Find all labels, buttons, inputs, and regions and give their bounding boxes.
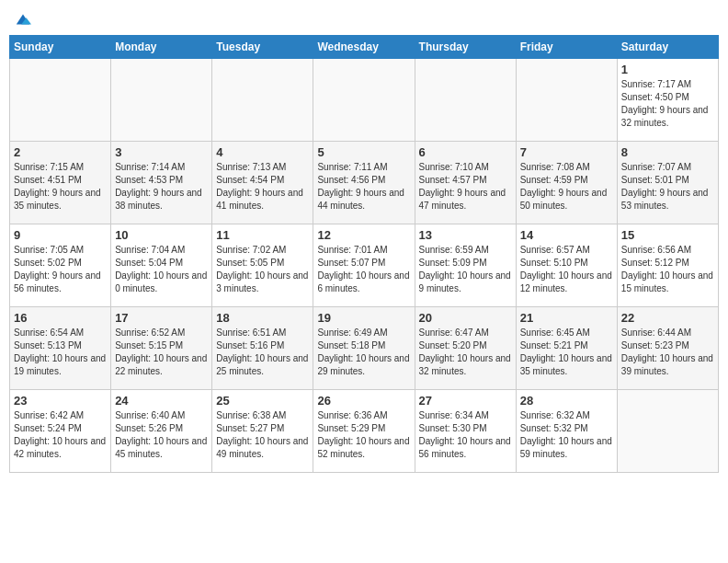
calendar-week-2: 2Sunrise: 7:15 AM Sunset: 4:51 PM Daylig…: [10, 142, 719, 224]
day-info: Sunrise: 7:17 AM Sunset: 4:50 PM Dayligh…: [621, 78, 714, 130]
day-info: Sunrise: 7:10 AM Sunset: 4:57 PM Dayligh…: [419, 161, 512, 213]
day-number: 9: [14, 228, 107, 242]
calendar-header-row: Sunday Monday Tuesday Wednesday Thursday…: [10, 36, 719, 59]
calendar-cell: 25Sunrise: 6:38 AM Sunset: 5:27 PM Dayli…: [212, 390, 313, 473]
calendar-cell: 3Sunrise: 7:14 AM Sunset: 4:53 PM Daylig…: [111, 142, 212, 224]
calendar-cell: 19Sunrise: 6:49 AM Sunset: 5:18 PM Dayli…: [313, 307, 415, 390]
calendar-cell: [111, 59, 212, 142]
day-info: Sunrise: 7:05 AM Sunset: 5:02 PM Dayligh…: [14, 244, 107, 295]
day-info: Sunrise: 7:04 AM Sunset: 5:04 PM Dayligh…: [115, 244, 208, 295]
calendar-table: Sunday Monday Tuesday Wednesday Thursday…: [9, 35, 719, 473]
header-wednesday: Wednesday: [313, 36, 415, 59]
day-number: 23: [14, 394, 107, 408]
day-number: 19: [317, 311, 410, 325]
logo: [13, 13, 31, 28]
calendar-cell: [313, 59, 415, 142]
day-info: Sunrise: 7:02 AM Sunset: 5:05 PM Dayligh…: [216, 244, 309, 295]
calendar-cell: 14Sunrise: 6:57 AM Sunset: 5:10 PM Dayli…: [516, 224, 617, 307]
day-number: 8: [621, 145, 714, 159]
calendar-cell: 12Sunrise: 7:01 AM Sunset: 5:07 PM Dayli…: [313, 224, 415, 307]
day-info: Sunrise: 7:15 AM Sunset: 4:51 PM Dayligh…: [14, 161, 107, 213]
calendar-cell: [212, 59, 313, 142]
header-tuesday: Tuesday: [212, 36, 313, 59]
calendar-cell: 17Sunrise: 6:52 AM Sunset: 5:15 PM Dayli…: [111, 307, 212, 390]
calendar-cell: 10Sunrise: 7:04 AM Sunset: 5:04 PM Dayli…: [111, 224, 212, 307]
calendar-cell: [516, 59, 617, 142]
day-info: Sunrise: 6:38 AM Sunset: 5:27 PM Dayligh…: [216, 409, 309, 461]
day-number: 2: [14, 145, 107, 159]
calendar-cell: 9Sunrise: 7:05 AM Sunset: 5:02 PM Daylig…: [10, 224, 111, 307]
calendar-week-1: 1Sunrise: 7:17 AM Sunset: 4:50 PM Daylig…: [10, 59, 719, 142]
day-info: Sunrise: 6:59 AM Sunset: 5:09 PM Dayligh…: [419, 244, 512, 295]
day-info: Sunrise: 6:56 AM Sunset: 5:12 PM Dayligh…: [621, 244, 714, 295]
day-number: 10: [115, 228, 208, 242]
day-number: 27: [419, 394, 512, 408]
calendar-cell: 2Sunrise: 7:15 AM Sunset: 4:51 PM Daylig…: [10, 142, 111, 224]
calendar-cell: [415, 59, 516, 142]
calendar-cell: 5Sunrise: 7:11 AM Sunset: 4:56 PM Daylig…: [313, 142, 415, 224]
day-info: Sunrise: 7:11 AM Sunset: 4:56 PM Dayligh…: [317, 161, 410, 213]
day-number: 22: [621, 311, 714, 325]
day-number: 25: [216, 394, 309, 408]
header-thursday: Thursday: [415, 36, 516, 59]
calendar-cell: 27Sunrise: 6:34 AM Sunset: 5:30 PM Dayli…: [415, 390, 516, 473]
day-number: 28: [520, 394, 613, 408]
day-info: Sunrise: 6:51 AM Sunset: 5:16 PM Dayligh…: [216, 327, 309, 378]
day-number: 4: [216, 145, 309, 159]
day-number: 3: [115, 145, 208, 159]
calendar-cell: [10, 59, 111, 142]
calendar-cell: 22Sunrise: 6:44 AM Sunset: 5:23 PM Dayli…: [617, 307, 718, 390]
day-info: Sunrise: 6:52 AM Sunset: 5:15 PM Dayligh…: [115, 327, 208, 378]
logo-icon: [15, 11, 31, 28]
header-saturday: Saturday: [617, 36, 718, 59]
calendar-cell: 1Sunrise: 7:17 AM Sunset: 4:50 PM Daylig…: [617, 59, 718, 142]
day-info: Sunrise: 6:40 AM Sunset: 5:26 PM Dayligh…: [115, 409, 208, 461]
calendar-cell: 6Sunrise: 7:10 AM Sunset: 4:57 PM Daylig…: [415, 142, 516, 224]
calendar-cell: 21Sunrise: 6:45 AM Sunset: 5:21 PM Dayli…: [516, 307, 617, 390]
calendar-cell: 11Sunrise: 7:02 AM Sunset: 5:05 PM Dayli…: [212, 224, 313, 307]
calendar-cell: 16Sunrise: 6:54 AM Sunset: 5:13 PM Dayli…: [10, 307, 111, 390]
day-number: 7: [520, 145, 613, 159]
day-number: 26: [317, 394, 410, 408]
day-info: Sunrise: 6:54 AM Sunset: 5:13 PM Dayligh…: [14, 327, 107, 378]
day-number: 6: [419, 145, 512, 159]
day-info: Sunrise: 7:07 AM Sunset: 5:01 PM Dayligh…: [621, 161, 714, 213]
day-info: Sunrise: 6:34 AM Sunset: 5:30 PM Dayligh…: [419, 409, 512, 461]
calendar-cell: 13Sunrise: 6:59 AM Sunset: 5:09 PM Dayli…: [415, 224, 516, 307]
calendar-week-5: 23Sunrise: 6:42 AM Sunset: 5:24 PM Dayli…: [10, 390, 719, 473]
day-number: 16: [14, 311, 107, 325]
day-info: Sunrise: 6:36 AM Sunset: 5:29 PM Dayligh…: [317, 409, 410, 461]
day-info: Sunrise: 7:13 AM Sunset: 4:54 PM Dayligh…: [216, 161, 309, 213]
day-info: Sunrise: 6:57 AM Sunset: 5:10 PM Dayligh…: [520, 244, 613, 295]
calendar-week-4: 16Sunrise: 6:54 AM Sunset: 5:13 PM Dayli…: [10, 307, 719, 390]
header-sunday: Sunday: [10, 36, 111, 59]
calendar-cell: 8Sunrise: 7:07 AM Sunset: 5:01 PM Daylig…: [617, 142, 718, 224]
calendar-week-3: 9Sunrise: 7:05 AM Sunset: 5:02 PM Daylig…: [10, 224, 719, 307]
header-friday: Friday: [516, 36, 617, 59]
day-info: Sunrise: 6:49 AM Sunset: 5:18 PM Dayligh…: [317, 327, 410, 378]
day-info: Sunrise: 6:47 AM Sunset: 5:20 PM Dayligh…: [419, 327, 512, 378]
page-header: [9, 9, 719, 28]
day-number: 12: [317, 228, 410, 242]
calendar-cell: 15Sunrise: 6:56 AM Sunset: 5:12 PM Dayli…: [617, 224, 718, 307]
day-info: Sunrise: 7:01 AM Sunset: 5:07 PM Dayligh…: [317, 244, 410, 295]
calendar-cell: 26Sunrise: 6:36 AM Sunset: 5:29 PM Dayli…: [313, 390, 415, 473]
calendar-cell: 23Sunrise: 6:42 AM Sunset: 5:24 PM Dayli…: [10, 390, 111, 473]
calendar-cell: 24Sunrise: 6:40 AM Sunset: 5:26 PM Dayli…: [111, 390, 212, 473]
day-number: 5: [317, 145, 410, 159]
calendar-cell: 28Sunrise: 6:32 AM Sunset: 5:32 PM Dayli…: [516, 390, 617, 473]
day-info: Sunrise: 6:44 AM Sunset: 5:23 PM Dayligh…: [621, 327, 714, 378]
day-info: Sunrise: 6:45 AM Sunset: 5:21 PM Dayligh…: [520, 327, 613, 378]
calendar-cell: 7Sunrise: 7:08 AM Sunset: 4:59 PM Daylig…: [516, 142, 617, 224]
day-number: 1: [621, 63, 714, 76]
day-number: 14: [520, 228, 613, 242]
day-number: 21: [520, 311, 613, 325]
day-number: 20: [419, 311, 512, 325]
calendar-cell: 20Sunrise: 6:47 AM Sunset: 5:20 PM Dayli…: [415, 307, 516, 390]
day-info: Sunrise: 7:14 AM Sunset: 4:53 PM Dayligh…: [115, 161, 208, 213]
calendar-cell: 18Sunrise: 6:51 AM Sunset: 5:16 PM Dayli…: [212, 307, 313, 390]
day-info: Sunrise: 7:08 AM Sunset: 4:59 PM Dayligh…: [520, 161, 613, 213]
day-number: 17: [115, 311, 208, 325]
day-number: 13: [419, 228, 512, 242]
day-number: 24: [115, 394, 208, 408]
